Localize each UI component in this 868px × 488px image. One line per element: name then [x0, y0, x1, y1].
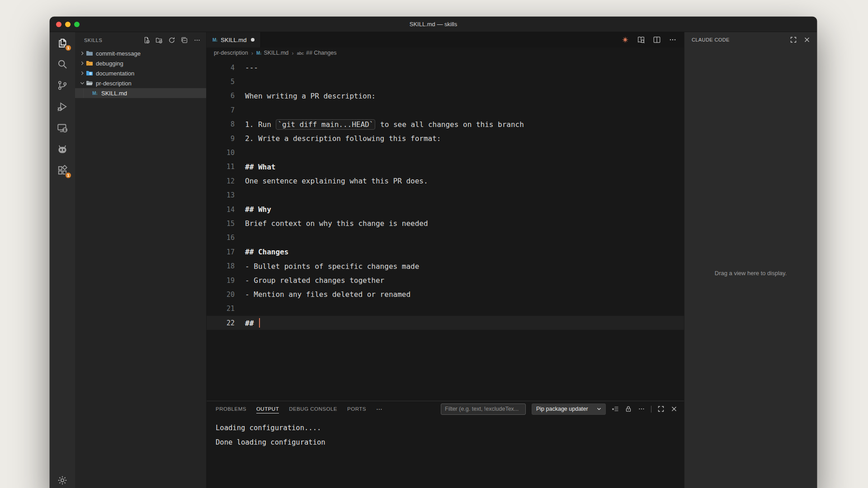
new-folder-icon[interactable] — [156, 37, 163, 44]
breadcrumb-item[interactable]: pr-description — [214, 50, 248, 56]
code-line-16[interactable]: 16 — [207, 231, 684, 245]
code-line-13[interactable]: 13 — [207, 188, 684, 202]
code-line-9[interactable]: 92. Write a description following this f… — [207, 131, 684, 145]
breadcrumb-item[interactable]: abc## Changes — [297, 50, 337, 56]
refresh-icon[interactable] — [168, 37, 175, 44]
search-activity-button[interactable] — [50, 53, 75, 75]
chevron-right-icon[interactable] — [79, 60, 86, 66]
claude-panel-body[interactable]: Drag a view here to display. — [684, 47, 817, 488]
maximize-view-icon[interactable] — [790, 36, 797, 43]
chevron-right-icon[interactable] — [79, 70, 86, 76]
tree-item-documentation[interactable]: documentation — [75, 68, 206, 78]
line-number: 21 — [207, 305, 235, 313]
lock-icon[interactable] — [625, 405, 632, 413]
text-cursor — [259, 318, 260, 328]
code-text: ## — [245, 319, 258, 328]
code-line-10[interactable]: 10 — [207, 145, 684, 160]
claude-code-run-icon[interactable] — [621, 36, 629, 44]
new-file-icon[interactable] — [143, 37, 150, 44]
maximize-panel-icon[interactable] — [657, 405, 665, 413]
panel-tabs-more-icon[interactable]: ⋯ — [376, 405, 383, 413]
markdown-file-icon: M↓ — [212, 38, 217, 42]
breadcrumb-separator: › — [251, 50, 253, 56]
output-channel-value: Pip package updater — [536, 406, 588, 412]
code-text: ## What — [245, 163, 275, 171]
code-text: ## Changes — [245, 248, 288, 256]
tree-item-label: SKILL.md — [101, 90, 127, 97]
code-line-17[interactable]: 17## Changes — [207, 245, 684, 259]
remote-explorer-activity-button[interactable] — [50, 117, 75, 138]
tree-item-label: debugging — [96, 60, 123, 67]
robot-activity-button[interactable] — [50, 138, 75, 160]
modified-dot-icon[interactable] — [251, 38, 255, 42]
editor-content[interactable]: 4---56When writing a PR description:781.… — [207, 58, 684, 401]
line-content: - Bullet points of specific changes made — [245, 262, 419, 271]
markdown-file-icon: M↓ — [91, 89, 99, 97]
code-line-8[interactable]: 81. Run `git diff main...HEAD` to see al… — [207, 117, 684, 131]
explorer-activity-button[interactable]: 1 — [50, 32, 75, 53]
output-log[interactable]: Loading configuration....Done loading co… — [207, 417, 684, 488]
open-preview-icon[interactable] — [637, 36, 645, 44]
tree-item-debugging[interactable]: debugging — [75, 58, 206, 68]
editor-more-icon[interactable] — [669, 36, 677, 44]
code-line-12[interactable]: 12One sentence explaining what this PR d… — [207, 174, 684, 188]
code-line-15[interactable]: 15Brief context on why this change is ne… — [207, 216, 684, 230]
code-text: to see all changes on this branch — [376, 120, 524, 129]
line-number: 13 — [207, 191, 235, 199]
tab-skill-md[interactable]: M↓ SKILL.md — [207, 32, 261, 47]
code-text: ## Why — [245, 205, 271, 214]
code-line-20[interactable]: 20- Mention any files deleted or renamed — [207, 287, 684, 301]
line-number: 18 — [207, 262, 235, 270]
code-line-22[interactable]: 22## — [207, 316, 684, 330]
close-view-icon[interactable] — [803, 36, 811, 43]
drag-view-hint: Drag a view here to display. — [684, 270, 817, 277]
line-number: 16 — [207, 234, 235, 242]
tree-item-commit-message[interactable]: commit-message — [75, 48, 206, 58]
breadcrumb-item[interactable]: M↓SKILL.md — [256, 50, 288, 56]
split-editor-icon[interactable] — [653, 36, 661, 44]
source-control-activity-button[interactable] — [50, 75, 75, 96]
explorer-badge: 1 — [65, 45, 71, 51]
chevron-down-icon[interactable] — [79, 80, 86, 86]
breadcrumb-separator: › — [292, 50, 293, 56]
code-line-11[interactable]: 11## What — [207, 160, 684, 174]
divider — [651, 406, 651, 413]
clear-output-icon[interactable] — [612, 405, 619, 413]
editor-actions — [621, 32, 684, 47]
chevron-right-icon[interactable] — [79, 50, 86, 56]
extensions-activity-button[interactable]: 1 — [50, 160, 75, 181]
run-debug-activity-button[interactable] — [50, 96, 75, 117]
close-panel-icon[interactable] — [670, 405, 678, 413]
code-line-5[interactable]: 5 — [207, 75, 684, 89]
panel-tab-problems[interactable]: PROBLEMS — [216, 401, 246, 417]
code-line-21[interactable]: 21 — [207, 302, 684, 316]
output-channel-select[interactable]: Pip package updater — [532, 404, 606, 415]
line-number: 8 — [207, 120, 235, 128]
more-actions-icon[interactable] — [193, 37, 201, 44]
panel-more-icon[interactable] — [638, 405, 645, 413]
tree-item-pr-description[interactable]: pr-description — [75, 78, 206, 88]
code-line-6[interactable]: 6When writing a PR description: — [207, 89, 684, 103]
gear-icon — [57, 475, 68, 486]
claude-code-panel: CLAUDE CODE Drag a view here to display. — [684, 32, 817, 488]
code-line-19[interactable]: 19- Group related changes together — [207, 273, 684, 287]
folder-debug-icon — [86, 60, 93, 67]
code-text: When writing a PR description: — [245, 92, 376, 100]
chevron-down-icon — [596, 406, 602, 412]
panel-tab-output[interactable]: OUTPUT — [256, 401, 279, 417]
settings-button[interactable] — [50, 469, 75, 488]
line-content: 1. Run `git diff main...HEAD` to see all… — [245, 120, 524, 129]
code-line-7[interactable]: 7 — [207, 103, 684, 117]
code-line-4[interactable]: 4--- — [207, 61, 684, 75]
collapse-folders-icon[interactable] — [181, 37, 188, 44]
tree-item-skill-md[interactable]: M↓SKILL.md — [75, 88, 206, 98]
panel-tab-debug-console[interactable]: DEBUG CONSOLE — [289, 401, 337, 417]
code-line-18[interactable]: 18- Bullet points of specific changes ma… — [207, 259, 684, 273]
output-filter-input[interactable] — [441, 404, 526, 415]
remote-explorer-icon — [57, 122, 68, 133]
line-content: Brief context on why this change is need… — [245, 219, 428, 228]
tree-item-label: commit-message — [96, 50, 141, 57]
titlebar[interactable]: SKILL.md — skills — [50, 17, 817, 32]
code-line-14[interactable]: 14## Why — [207, 202, 684, 216]
panel-tab-ports[interactable]: PORTS — [347, 401, 366, 417]
